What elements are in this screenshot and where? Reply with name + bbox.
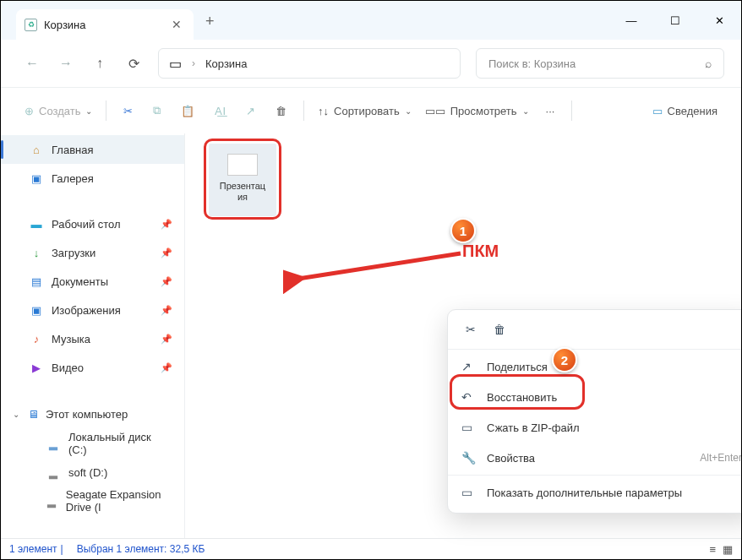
sidebar-item-disk-ext[interactable]: ▂Seagate Expansion Drive (I	[1, 487, 184, 515]
rename-button[interactable]: A͟I	[205, 100, 236, 122]
status-bar: 1 элемент | Выбран 1 элемент: 32,5 КБ ≡ …	[1, 538, 741, 559]
status-count: 1 элемент	[9, 543, 57, 555]
sidebar-item-home[interactable]: ⌂Главная	[1, 135, 184, 164]
sidebar-item-disk-c[interactable]: ▂Локальный диск (C:)	[1, 429, 184, 458]
status-selected: Выбран 1 элемент: 32,5 КБ	[77, 543, 205, 555]
wrench-icon: 🔧	[461, 451, 475, 465]
forward-button[interactable]: →	[52, 49, 80, 78]
details-pane-button[interactable]: ▭ Сведения	[646, 100, 724, 122]
back-button[interactable]: ←	[18, 49, 46, 78]
maximize-button[interactable]: ☐	[653, 1, 697, 40]
ctx-restore[interactable]: ↶Восстановить	[448, 382, 742, 412]
trash-icon: 🗑	[276, 105, 286, 117]
divider	[448, 349, 742, 350]
divider	[448, 475, 742, 476]
scissors-icon: ✂	[466, 323, 476, 336]
new-button[interactable]: ⊕ Создать ⌄	[18, 100, 99, 122]
sidebar-item-videos[interactable]: ▶Видео📌	[1, 353, 184, 382]
refresh-button[interactable]: ⟳	[119, 49, 148, 78]
sidebar-item-documents[interactable]: ▤Документы📌	[1, 267, 184, 296]
pin-icon: 📌	[161, 334, 172, 345]
paste-button[interactable]: 📋	[171, 100, 205, 122]
ctx-cut-button[interactable]: ✂	[458, 318, 483, 340]
divider	[303, 101, 304, 121]
sidebar-item-pictures[interactable]: ▣Изображения📌	[1, 296, 184, 324]
search-icon: ⌕	[705, 57, 712, 70]
pin-icon: 📌	[161, 219, 172, 230]
divider	[106, 101, 106, 121]
recycle-bin-icon: ♻	[25, 19, 37, 31]
view-icon: ▭▭	[425, 105, 445, 117]
home-icon: ⌂	[30, 143, 43, 156]
context-menu: ✂ 🗑 ↗Поделиться ↶Восстановить ▭Сжать в Z…	[447, 309, 742, 514]
search-placeholder: Поиск в: Корзина	[488, 57, 576, 70]
path-separator: ›	[192, 57, 195, 69]
more-button[interactable]: ···	[536, 100, 565, 122]
ctx-delete-button[interactable]: 🗑	[487, 318, 512, 340]
video-icon: ▶	[30, 361, 43, 374]
status-separator: |	[61, 543, 63, 555]
cut-button[interactable]: ✂	[113, 100, 143, 122]
undo-icon: ↶	[461, 390, 475, 404]
share-button[interactable]: ↗	[236, 100, 265, 122]
delete-button[interactable]: 🗑	[265, 100, 297, 122]
drive-icon: ▂	[46, 465, 60, 479]
sidebar-group-thispc[interactable]: ⌄🖥Этот компьютер	[1, 399, 184, 429]
view-button[interactable]: ▭▭ Просмотреть ⌄	[418, 100, 536, 122]
annotation-badge-1: 1	[450, 218, 476, 243]
close-window-button[interactable]: ✕	[697, 1, 741, 40]
trash-icon: 🗑	[494, 323, 505, 336]
ctx-zip[interactable]: ▭Сжать в ZIP-файл	[448, 412, 742, 443]
chevron-down-icon: ⌄	[85, 106, 92, 116]
clipboard-icon: 📋	[181, 105, 194, 117]
ctx-share[interactable]: ↗Поделиться	[448, 351, 742, 382]
content-area[interactable]: Презентац ия ПКМ ✂ 🗑 ↗Поделиться ↶Восста…	[185, 133, 741, 538]
ctx-more-options[interactable]: ▭Показать дополнительные параметры	[448, 477, 742, 508]
pin-icon: 📌	[161, 276, 172, 287]
up-button[interactable]: ↑	[85, 49, 114, 78]
sort-button[interactable]: ↑↓ Сортировать ⌄	[311, 100, 418, 122]
share-outline-icon: ↗	[461, 360, 475, 373]
browser-tab[interactable]: ♻ Корзина ✕	[16, 9, 194, 40]
file-name: Презентац ия	[220, 181, 265, 203]
sidebar-item-gallery[interactable]: ▣Галерея	[1, 164, 184, 193]
rename-icon: A͟I	[215, 105, 226, 117]
sidebar-item-disk-d[interactable]: ▂soft (D:)	[1, 458, 184, 487]
pin-icon: 📌	[161, 305, 172, 316]
svg-line-0	[298, 253, 461, 279]
title-bar: ♻ Корзина ✕ + — ☐ ✕	[1, 1, 741, 40]
chevron-down-icon: ⌄	[13, 410, 21, 419]
details-icon: ▭	[652, 105, 663, 117]
shortcut-label: Alt+Enter	[700, 452, 742, 464]
sidebar-item-downloads[interactable]: ↓Загрузки📌	[1, 238, 184, 267]
annotation-arrow	[283, 243, 469, 294]
view-list-button[interactable]: ≡	[709, 543, 716, 556]
plus-circle-icon: ⊕	[25, 105, 34, 117]
minimize-button[interactable]: —	[609, 1, 653, 40]
address-bar[interactable]: ▭ › Корзина	[158, 48, 461, 79]
download-icon: ↓	[30, 246, 43, 259]
window-controls: — ☐ ✕	[609, 1, 741, 40]
new-tab-button[interactable]: +	[205, 9, 215, 33]
search-box[interactable]: Поиск в: Корзина ⌕	[476, 48, 724, 79]
navigation-bar: ← → ↑ ⟳ ▭ › Корзина Поиск в: Корзина ⌕	[1, 40, 741, 87]
close-tab-icon[interactable]: ✕	[172, 18, 182, 31]
gallery-icon: ▣	[30, 171, 43, 185]
music-icon: ♪	[30, 332, 43, 345]
pin-icon: 📌	[161, 362, 172, 373]
ctx-properties[interactable]: 🔧СвойстваAlt+Enter	[448, 443, 742, 473]
desktop-icon: ▬	[30, 217, 43, 231]
chevron-down-icon: ⌄	[522, 106, 529, 116]
sidebar-item-music[interactable]: ♪Музыка📌	[1, 324, 184, 353]
sort-icon: ↑↓	[318, 105, 329, 117]
annotation-badge-2: 2	[552, 347, 577, 372]
file-item-presentation[interactable]: Презентац ия	[209, 144, 276, 216]
annotation-label-pkm: ПКМ	[462, 242, 499, 261]
copy-button[interactable]: ⧉	[143, 99, 171, 122]
more-options-icon: ▭	[461, 486, 475, 499]
file-thumbnail-icon	[227, 154, 258, 176]
sidebar-item-desktop[interactable]: ▬Рабочий стол📌	[1, 209, 184, 238]
path-segment[interactable]: Корзина	[205, 57, 248, 70]
view-grid-button[interactable]: ▦	[723, 543, 733, 556]
pictures-icon: ▣	[30, 303, 43, 317]
